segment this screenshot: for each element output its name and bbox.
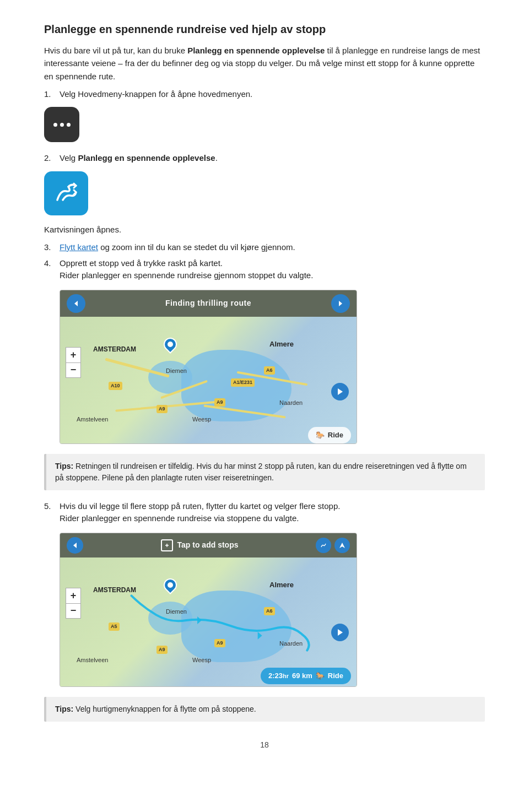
tips-1-text: Retningen til rundreisen er tilfeldig. H… — [55, 462, 467, 482]
map1-play-btn[interactable] — [331, 383, 349, 400]
map-2-title: Tap to add stops — [177, 539, 239, 551]
map1-almere-label: Almere — [269, 339, 294, 350]
intro-bold: Planlegg en spennende opplevelse — [187, 46, 325, 55]
step-3: 3. Flytt kartet og zoom inn til du kan s… — [44, 241, 485, 254]
map-2-body: A5 A9 A9 A6 AMSTERDAM Almere Amstelveen … — [60, 557, 357, 687]
adventure-icon — [44, 171, 88, 215]
map1-weesp-label: Weesp — [192, 415, 211, 424]
map2-km: 69 km — [292, 670, 312, 681]
intro-paragraph: Hvis du bare vil ut på tur, kan du bruke… — [44, 44, 485, 83]
map2-zoom-in-btn[interactable]: + — [66, 588, 81, 603]
page-number: 18 — [44, 739, 485, 751]
dot-1 — [53, 123, 57, 127]
move-map-link[interactable]: Flytt kartet — [60, 242, 98, 252]
step-4-text: Opprett et stopp ved å trykke raskt på k… — [60, 257, 485, 282]
map2-zoom-out-btn[interactable]: − — [66, 603, 81, 619]
map2-amsterdam-label: AMSTERDAM — [93, 585, 136, 595]
map2-time-bar: 2:23hr 69 km 🐎 Ride — [261, 668, 351, 684]
page-title: Planlegge en spennende rundreise ved hje… — [44, 22, 485, 36]
main-menu-icon — [44, 107, 79, 142]
map1-naarden-label: Naarden — [279, 398, 303, 408]
ride-label: Ride — [328, 430, 343, 441]
intro-text-1: Hvis du bare vil ut på tur, kan du bruke — [44, 46, 187, 55]
map1-amsterdam-label: AMSTERDAM — [93, 344, 136, 354]
map-2-back-btn[interactable] — [67, 537, 83, 554]
step-4-number: 4. — [44, 257, 60, 282]
svg-marker-0 — [74, 301, 78, 306]
step-3-text: Flytt kartet og zoom inn til du kan se s… — [60, 241, 485, 254]
map-2-header-bar: Tap to add stops — [60, 533, 357, 557]
map2-naarden-label: Naarden — [279, 639, 303, 648]
map-2-right-controls — [316, 538, 350, 553]
map2-almere-label: Almere — [269, 580, 294, 591]
map2-time: 2:23hr — [268, 670, 289, 681]
step-1-text: Velg Hovedmeny-knappen for å åpne hovedm… — [60, 88, 485, 101]
tap-icon — [161, 539, 173, 551]
step-2: 2. Velg Planlegg en spennende opplevelse… — [44, 152, 485, 165]
map-2: Tap to add stops A5 A9 A9 A6 AMSTER — [60, 533, 357, 687]
map-1-fwd-btn[interactable] — [331, 294, 350, 313]
map-1-header: Finding thrilling route — [60, 290, 357, 317]
map1-zoom-controls: + − — [66, 347, 81, 378]
map-2-nav-icon[interactable] — [334, 538, 350, 553]
step-5-number: 5. — [44, 500, 60, 525]
step-2-text: Velg Planlegg en spennende opplevelse. — [60, 152, 485, 165]
map1-ride-bar: 🐎 Ride — [308, 427, 351, 443]
dots-icon — [53, 123, 71, 127]
svg-marker-9 — [338, 629, 343, 636]
step-1: 1. Velg Hovedmeny-knappen for å åpne hov… — [44, 88, 485, 101]
map-1-back-btn[interactable] — [67, 294, 85, 313]
step-2-number: 2. — [44, 152, 60, 165]
map2-zoom-controls: + − — [66, 588, 81, 619]
map-1-title: Finding thrilling route — [165, 297, 251, 309]
map-1-body: A10 A9 A9 A6 A1/E231 AMSTERDAM Almere Am… — [60, 317, 357, 444]
dot-3 — [67, 123, 71, 127]
map-open-text: Kartvisningen åpnes. — [44, 223, 485, 236]
tips-box-1: Tips: Retningen til rundreisen er tilfel… — [44, 454, 485, 490]
tips-2-label: Tips: — [55, 705, 73, 713]
step-2-bold: Planlegg en spennende opplevelse — [78, 153, 215, 163]
step-5: 5. Hvis du vil legge til flere stopp på … — [44, 500, 485, 525]
map1-amstelveen-label: Amstelveen — [77, 415, 108, 424]
step-1-number: 1. — [44, 88, 60, 101]
zoom-in-btn[interactable]: + — [66, 347, 81, 362]
tips-1-label: Tips: — [55, 462, 73, 470]
map-2-route-icon[interactable] — [316, 538, 331, 553]
svg-marker-7 — [197, 616, 202, 624]
map2-play-btn[interactable] — [331, 624, 349, 641]
step-5-text: Hvis du vil legge til flere stopp på rut… — [60, 500, 485, 525]
ride-icon: 🐎 — [316, 430, 325, 441]
svg-marker-1 — [339, 301, 342, 306]
tips-2-text: Velg hurtigmenyknappen for å flytte om p… — [73, 705, 256, 713]
svg-marker-6 — [339, 543, 345, 548]
svg-marker-8 — [258, 631, 262, 639]
map1-diemen-label: Diemen — [166, 366, 187, 376]
tips-box-2: Tips: Velg hurtigmenyknappen for å flytt… — [44, 697, 485, 722]
map2-diemen-label: Diemen — [166, 607, 187, 616]
step-4: 4. Opprett et stopp ved å trykke raskt p… — [44, 257, 485, 282]
zoom-out-btn[interactable]: − — [66, 362, 81, 378]
step-3-number: 3. — [44, 241, 60, 254]
map-1: Finding thrilling route A10 A9 A9 A6 A1/… — [60, 290, 357, 444]
svg-marker-3 — [73, 543, 77, 548]
map2-weesp-label: Weesp — [192, 656, 211, 665]
svg-marker-2 — [338, 388, 343, 395]
map2-amstelveen-label: Amstelveen — [77, 656, 108, 665]
dot-2 — [60, 123, 64, 127]
ride-label-2: Ride — [328, 670, 343, 681]
ride-horse-icon: 🐎 — [316, 670, 325, 681]
